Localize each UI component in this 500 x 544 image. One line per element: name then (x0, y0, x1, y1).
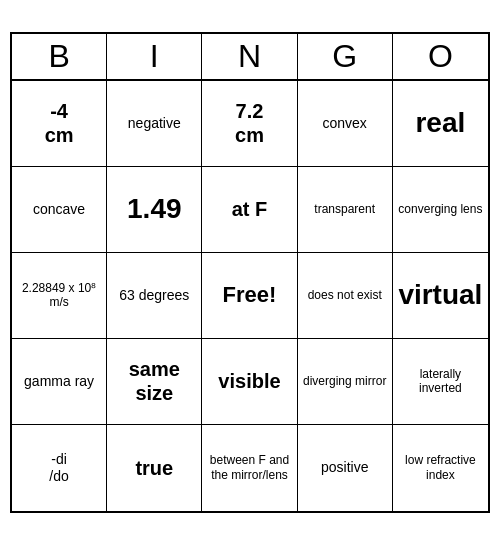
grid-cell-6: 1.49 (107, 167, 202, 253)
grid-cell-1: negative (107, 81, 202, 167)
grid-cell-21: true (107, 425, 202, 511)
grid-cell-19: laterally inverted (393, 339, 488, 425)
grid-cell-9: converging lens (393, 167, 488, 253)
header-letter-O: O (393, 34, 488, 79)
grid-cell-11: 63 degrees (107, 253, 202, 339)
header-letter-G: G (298, 34, 393, 79)
grid-cell-8: transparent (298, 167, 393, 253)
header-letter-B: B (12, 34, 107, 79)
grid-cell-7: at F (202, 167, 297, 253)
grid-cell-2: 7.2 cm (202, 81, 297, 167)
grid-cell-17: visible (202, 339, 297, 425)
header-letter-N: N (202, 34, 297, 79)
header-row: BINGO (12, 34, 488, 81)
grid-cell-15: gamma ray (12, 339, 107, 425)
grid-cell-3: convex (298, 81, 393, 167)
grid-cell-10: 2.28849 x 10⁸ m/s (12, 253, 107, 339)
grid-cell-0: -4 cm (12, 81, 107, 167)
bingo-grid: -4 cmnegative7.2 cmconvexrealconcave1.49… (12, 81, 488, 511)
grid-cell-4: real (393, 81, 488, 167)
header-letter-I: I (107, 34, 202, 79)
grid-cell-20: -di /do (12, 425, 107, 511)
grid-cell-13: does not exist (298, 253, 393, 339)
grid-cell-18: diverging mirror (298, 339, 393, 425)
grid-cell-12: Free! (202, 253, 297, 339)
grid-cell-22: between F and the mirror/lens (202, 425, 297, 511)
grid-cell-5: concave (12, 167, 107, 253)
grid-cell-24: low refractive index (393, 425, 488, 511)
grid-cell-14: virtual (393, 253, 488, 339)
grid-cell-16: same size (107, 339, 202, 425)
bingo-card: BINGO -4 cmnegative7.2 cmconvexrealconca… (10, 32, 490, 513)
grid-cell-23: positive (298, 425, 393, 511)
